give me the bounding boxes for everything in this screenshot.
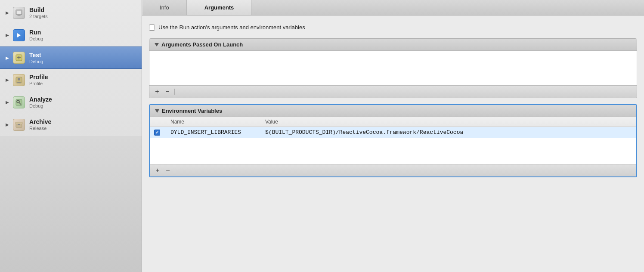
env-col-value: Value [260, 117, 636, 127]
arguments-toolbar-separator [174, 89, 175, 95]
svg-rect-14 [15, 122, 22, 124]
svg-rect-2 [18, 15, 20, 15]
arguments-section-header: Arguments Passed On Launch [149, 39, 637, 51]
run-action-checkbox-row: Use the Run action's arguments and envir… [149, 22, 637, 32]
env-col-check [150, 117, 165, 127]
archive-icon [12, 118, 26, 132]
expand-arrow-analyze[interactable]: ▶ [4, 99, 10, 105]
expand-arrow-test[interactable]: ▶ [4, 55, 10, 61]
expand-arrow-run[interactable]: ▶ [4, 32, 10, 38]
build-sublabel: 2 targets [29, 14, 48, 19]
env-section-title: Environment Variables [162, 108, 222, 114]
arguments-toolbar: + − [149, 85, 637, 98]
analyze-item-text: Analyze Debug [29, 96, 52, 108]
env-row-value: $(BUILT_PRODUCTS_DIR)/ReactiveCocoa.fram… [260, 127, 636, 138]
arguments-add-button[interactable]: + [153, 87, 161, 96]
env-row-checkbox[interactable] [154, 130, 160, 136]
main-content: Info Arguments Use the Run action's argu… [142, 0, 644, 272]
env-variables-section: Environment Variables Name Value DY [149, 104, 637, 177]
build-item-text: Build 2 targets [29, 6, 48, 19]
arguments-remove-button[interactable]: − [163, 87, 172, 96]
expand-arrow-build[interactable]: ▶ [4, 10, 10, 16]
profile-sublabel: Profile [29, 81, 48, 86]
run-action-checkbox-label: Use the Run action's arguments and envir… [158, 24, 305, 31]
profile-item-text: Profile Profile [29, 74, 48, 86]
sidebar-item-run[interactable]: ▶ Run Debug [0, 24, 142, 46]
env-toolbar: + − [150, 164, 636, 176]
env-remove-button[interactable]: − [164, 166, 172, 175]
svg-rect-15 [18, 124, 20, 125]
env-collapse-triangle[interactable] [155, 109, 159, 113]
tab-info[interactable]: Info [142, 0, 187, 15]
arguments-section: Arguments Passed On Launch + − [149, 38, 637, 98]
svg-marker-4 [17, 33, 21, 37]
sidebar-bottom [0, 136, 142, 272]
test-icon [12, 51, 26, 65]
build-icon [12, 6, 26, 20]
run-icon [12, 28, 26, 42]
run-action-checkbox[interactable] [149, 25, 155, 31]
env-empty-space [150, 138, 636, 164]
sidebar-item-profile[interactable]: ▶ Profile Profile [0, 69, 142, 91]
test-label: Test [29, 52, 43, 59]
env-table: Name Value DYLD_INSERT_LIBRARIES $(BUILT… [150, 117, 636, 138]
svg-point-9 [18, 78, 20, 80]
analyze-sublabel: Debug [29, 103, 52, 108]
table-row[interactable]: DYLD_INSERT_LIBRARIES $(BUILT_PRODUCTS_D… [150, 127, 636, 138]
content-bottom [149, 183, 637, 265]
env-row-name: DYLD_INSERT_LIBRARIES [165, 127, 260, 138]
analyze-label: Analyze [29, 96, 52, 103]
env-col-name: Name [165, 117, 260, 127]
test-item-text: Test Debug [29, 52, 43, 64]
sidebar-item-test[interactable]: ▶ Test Debug [0, 46, 142, 69]
tab-bar: Info Arguments [142, 0, 644, 15]
arguments-section-content [149, 51, 637, 85]
svg-rect-3 [17, 15, 21, 16]
profile-icon [12, 73, 26, 87]
sidebar-item-build[interactable]: ▶ Build 2 targets [0, 2, 142, 24]
build-label: Build [29, 6, 48, 13]
env-table-header-row: Name Value [150, 117, 636, 127]
test-sublabel: Debug [29, 59, 43, 64]
expand-arrow-profile[interactable]: ▶ [4, 77, 10, 83]
analyze-icon [12, 96, 26, 109]
archive-sublabel: Release [29, 126, 51, 131]
svg-rect-1 [17, 11, 21, 14]
sidebar-item-archive[interactable]: ▶ Archive Release [0, 114, 142, 136]
run-item-text: Run Debug [29, 29, 43, 41]
run-sublabel: Debug [29, 36, 43, 41]
expand-arrow-archive[interactable]: ▶ [4, 122, 10, 128]
content-area: Use the Run action's arguments and envir… [142, 15, 644, 272]
sidebar: ▶ Build 2 targets ▶ [0, 0, 142, 272]
env-row-checkbox-cell [150, 127, 165, 138]
env-toolbar-separator [175, 167, 175, 173]
profile-label: Profile [29, 74, 48, 80]
run-label: Run [29, 29, 43, 36]
archive-item-text: Archive Release [29, 118, 51, 131]
sidebar-item-analyze[interactable]: ▶ Analyze Debug [0, 91, 142, 114]
arguments-section-title: Arguments Passed On Launch [161, 41, 243, 48]
env-add-button[interactable]: + [153, 166, 162, 175]
arguments-collapse-triangle[interactable] [155, 43, 159, 46]
env-section-header: Environment Variables [150, 105, 636, 117]
tab-arguments[interactable]: Arguments [187, 0, 252, 15]
archive-label: Archive [29, 118, 51, 125]
